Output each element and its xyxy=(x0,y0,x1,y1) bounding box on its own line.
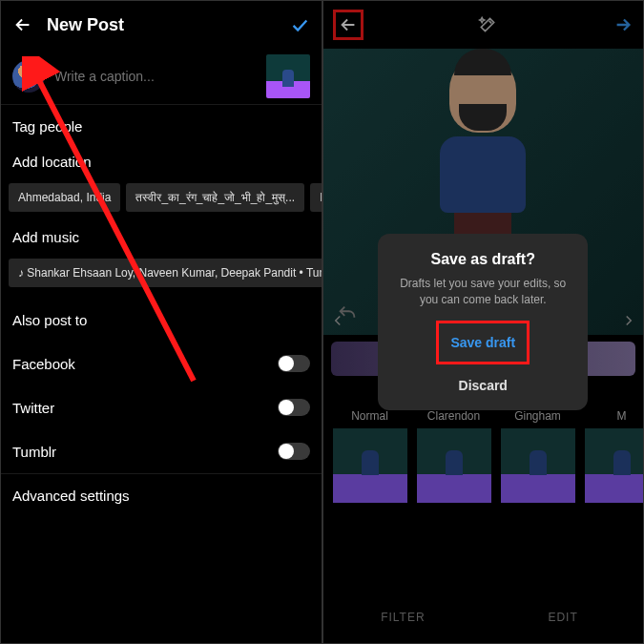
music-chip[interactable]: ♪ Shankar Ehsaan Loy, Naveen Kumar, Deep… xyxy=(9,259,322,287)
post-thumbnail[interactable] xyxy=(266,54,310,98)
music-chips: ♪ Shankar Ehsaan Loy, Naveen Kumar, Deep… xyxy=(1,259,322,299)
modal-overlay: Save as draft? Drafts let you save your … xyxy=(323,1,644,643)
page-title: New Post xyxy=(47,15,276,35)
new-post-screen: New Post Tag people Add location Ahmedab… xyxy=(1,1,322,643)
back-icon[interactable] xyxy=(12,14,33,35)
save-draft-dialog: Save as draft? Drafts let you save your … xyxy=(378,234,588,411)
location-chip[interactable]: Ahmedabad, India xyxy=(9,183,120,212)
twitter-toggle-row[interactable]: Twitter xyxy=(1,385,322,429)
edit-photo-screen: Normal Clarendon Gingham M FILTER EDIT S… xyxy=(323,1,644,643)
location-chips: Ahmedabad, India तस्वीर_का_रंग_चाहे_जो_भ… xyxy=(1,183,322,223)
tumblr-toggle-row[interactable]: Tumblr xyxy=(1,429,322,473)
toggle-label: Tumblr xyxy=(12,444,56,460)
caption-input[interactable] xyxy=(54,69,257,84)
annotation-highlight: Save draft xyxy=(436,321,530,364)
confirm-icon[interactable] xyxy=(289,14,310,35)
header: New Post xyxy=(1,1,322,49)
add-location-row[interactable]: Add location xyxy=(1,148,322,183)
advanced-settings-row[interactable]: Advanced settings xyxy=(1,473,322,517)
toggle-switch[interactable] xyxy=(278,355,310,372)
discard-button[interactable]: Discard xyxy=(391,368,574,403)
dialog-title: Save as draft? xyxy=(391,251,574,268)
add-music-row[interactable]: Add music xyxy=(1,223,322,259)
toggle-switch[interactable] xyxy=(278,443,310,460)
dialog-description: Drafts let you save your edits, so you c… xyxy=(391,276,574,308)
tag-people-row[interactable]: Tag people xyxy=(1,104,322,148)
save-draft-button[interactable]: Save draft xyxy=(441,325,525,360)
avatar xyxy=(12,60,45,93)
location-chip[interactable]: River Front A xyxy=(310,183,321,212)
caption-row xyxy=(1,49,322,104)
toggle-switch[interactable] xyxy=(278,399,310,416)
toggle-label: Twitter xyxy=(12,400,54,416)
also-post-header: Also post to xyxy=(1,299,322,342)
toggle-label: Facebook xyxy=(12,356,75,372)
facebook-toggle-row[interactable]: Facebook xyxy=(1,342,322,385)
location-chip[interactable]: तस्वीर_का_रंग_चाहे_जो_भी_हो_मुस्... xyxy=(126,183,304,212)
